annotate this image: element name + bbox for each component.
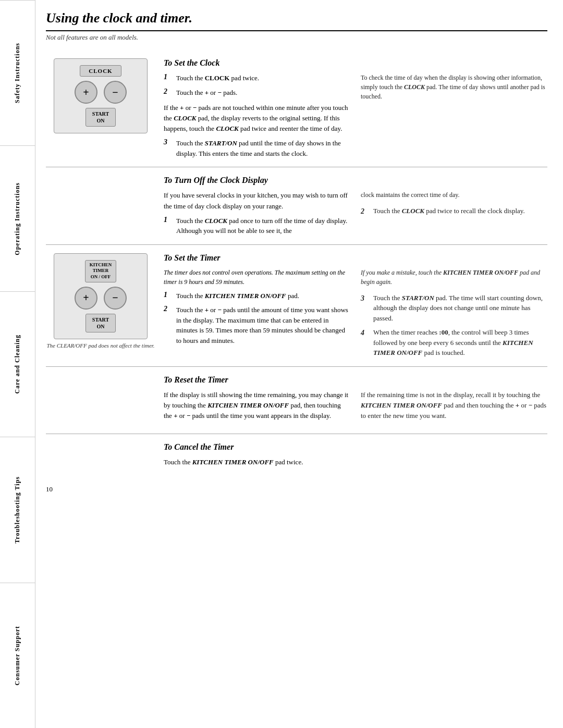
reset-timer-two-col: If the display is still showing the time… — [164, 390, 547, 425]
timer-step-text-3: Touch the START/ON pad. The time will st… — [373, 293, 547, 324]
turn-off-content: To Turn Off the Clock Display If you hav… — [164, 176, 547, 236]
plus-button: + — [75, 81, 97, 104]
page-subtitle: Not all features are on all models. — [46, 33, 547, 42]
step-text-2: Touch the + or − pads. — [176, 88, 237, 98]
reset-timer-content: To Reset the Timer If the display is sti… — [164, 375, 547, 425]
reset-timer-left — [46, 375, 155, 425]
set-timer-right-col: If you make a mistake, touch the KITCHEN… — [361, 268, 547, 358]
timer-panel-illustration: KITCHENTIMERON / OFF + − STARTON The CLE… — [46, 253, 155, 358]
sidebar-section-care: Care and Cleaning — [0, 291, 35, 437]
sidebar-label-operating: Operating Instructions — [0, 178, 35, 260]
minus-button: − — [104, 81, 127, 104]
set-clock-steps-1-2: 1 Touch the CLOCK pad twice. 2 Touch the… — [164, 73, 350, 97]
timer-step-3: 3 Touch the START/ON pad. The time will … — [361, 293, 547, 324]
set-clock-title: To Set the Clock — [164, 58, 547, 68]
cancel-timer-row: To Cancel the Timer Touch the KITCHEN TI… — [46, 442, 547, 472]
reset-timer-right-body: If the remaining time is not in the disp… — [361, 390, 547, 421]
timer-step-text-2: Touch the + or − pads until the amount o… — [176, 305, 350, 346]
kitchen-timer-button: KITCHENTIMERON / OFF — [85, 260, 117, 282]
cancel-timer-title: To Cancel the Timer — [164, 442, 547, 452]
timer-steps: 1 Touch the KITCHEN TIMER ON/OFF pad. 2 … — [164, 291, 350, 346]
reset-timer-left-col: If the display is still showing the time… — [164, 390, 350, 425]
set-timer-two-col: The timer does not control oven operatio… — [164, 268, 547, 358]
step-num-3: 3 — [164, 138, 172, 146]
timer-panel-caption: The CLEAR/OFF pad does not affect the ti… — [46, 342, 154, 349]
turn-off-step-text-2: Touch the CLOCK pad twice to recall the … — [373, 206, 525, 216]
reset-timer-right-col: If the remaining time is not in the disp… — [361, 390, 547, 425]
cancel-timer-content: To Cancel the Timer Touch the KITCHEN TI… — [164, 442, 547, 472]
sidebar-section-consumer: Consumer Support — [0, 583, 35, 728]
timer-right-note: If you make a mistake, touch the KITCHEN… — [361, 268, 547, 287]
step-text-1: Touch the CLOCK pad twice. — [176, 73, 259, 83]
clock-control-panel: CLOCK + − STARTON — [54, 58, 148, 133]
turn-off-step-num-1: 1 — [164, 216, 172, 224]
timer-step-1: 1 Touch the KITCHEN TIMER ON/OFF pad. — [164, 291, 350, 301]
sidebar-label-care: Care and Cleaning — [0, 330, 35, 398]
set-clock-step-3: 3 Touch the START/ON pad until the time … — [164, 138, 350, 158]
sidebar: Safety Instructions Operating Instructio… — [0, 0, 35, 728]
set-clock-right-note: To check the time of day when the displa… — [361, 74, 545, 100]
set-clock-section: CLOCK + − STARTON To Set the Clock 1 Tou… — [46, 50, 547, 167]
set-clock-right-col: To check the time of day when the displa… — [361, 73, 547, 158]
sidebar-section-safety: Safety Instructions — [0, 0, 35, 145]
timer-steps-right: 3 Touch the START/ON pad. The time will … — [361, 293, 547, 358]
cancel-timer-section: To Cancel the Timer Touch the KITCHEN TI… — [46, 434, 547, 480]
step-num-1: 1 — [164, 73, 172, 81]
set-clock-two-col: 1 Touch the CLOCK pad twice. 2 Touch the… — [164, 73, 547, 158]
set-clock-left-col: 1 Touch the CLOCK pad twice. 2 Touch the… — [164, 73, 350, 158]
timer-step-2: 2 Touch the + or − pads until the amount… — [164, 305, 350, 346]
turn-off-section: To Turn Off the Clock Display If you hav… — [46, 167, 547, 244]
turn-off-step-2: 2 Touch the CLOCK pad twice to recall th… — [361, 206, 547, 217]
turn-off-left-col: If you have several clocks in your kitch… — [164, 190, 350, 236]
reset-timer-section: To Reset the Timer If the display is sti… — [46, 367, 547, 434]
set-clock-body: If the + or − pads are not touched withi… — [164, 103, 350, 134]
plus-minus-row: + − — [75, 81, 127, 104]
set-clock-step-2: 2 Touch the + or − pads. — [164, 88, 350, 98]
clock-panel-illustration: CLOCK + − STARTON — [46, 58, 155, 158]
turn-off-right-top: clock maintains the correct time of day. — [361, 190, 547, 200]
turn-off-step-text-1: Touch the CLOCK pad once to turn off the… — [176, 216, 350, 236]
kitchen-control-panel: KITCHENTIMERON / OFF + − STARTON — [54, 253, 148, 339]
turn-off-step-1: 1 Touch the CLOCK pad once to turn off t… — [164, 216, 350, 236]
turn-off-title: To Turn Off the Clock Display — [164, 176, 547, 185]
timer-step-num-3: 3 — [361, 293, 369, 304]
set-clock-step-1: 1 Touch the CLOCK pad twice. — [164, 73, 350, 83]
clock-button: CLOCK — [80, 65, 121, 77]
start-on-button: STARTON — [85, 108, 116, 127]
turn-off-step-num-2: 2 — [361, 206, 369, 217]
timer-start-on-button: STARTON — [85, 314, 116, 332]
set-timer-content: To Set the Timer The timer does not cont… — [164, 253, 547, 358]
sidebar-section-troubleshooting: Troubleshooting Tips — [0, 437, 35, 582]
set-clock-content: To Set the Clock 1 Touch the CLOCK pad t… — [164, 58, 547, 158]
timer-plus-button: + — [75, 287, 97, 310]
timer-minus-button: − — [104, 287, 127, 310]
cancel-timer-left — [46, 442, 155, 472]
timer-italic-note: The timer does not control oven operatio… — [164, 268, 350, 287]
set-timer-section: KITCHENTIMERON / OFF + − STARTON The CLE… — [46, 245, 547, 367]
set-timer-title: To Set the Timer — [164, 253, 547, 263]
reset-timer-title: To Reset the Timer — [164, 375, 547, 385]
sidebar-label-troubleshooting: Troubleshooting Tips — [0, 472, 35, 548]
sidebar-label-consumer: Consumer Support — [0, 622, 35, 689]
page-number: 10 — [46, 485, 547, 493]
main-content: Using the clock and timer. Not all featu… — [35, 0, 563, 728]
step-text-3: Touch the START/ON pad until the time of… — [176, 138, 350, 158]
timer-step-num-1: 1 — [164, 291, 172, 299]
timer-step-text-1: Touch the KITCHEN TIMER ON/OFF pad. — [176, 291, 299, 301]
timer-step-4: 4 When the timer reaches :00, the contro… — [361, 327, 547, 358]
turn-off-two-col: If you have several clocks in your kitch… — [164, 190, 547, 236]
step-num-2: 2 — [164, 88, 172, 96]
turn-off-left — [46, 176, 155, 236]
sidebar-label-safety: Safety Instructions — [0, 39, 35, 107]
sidebar-section-operating: Operating Instructions — [0, 145, 35, 291]
turn-off-right-col: clock maintains the correct time of day.… — [361, 190, 547, 236]
reset-timer-left-body: If the display is still showing the time… — [164, 390, 350, 421]
timer-step-text-4: When the timer reaches :00, the control … — [373, 327, 547, 358]
timer-step-num-4: 4 — [361, 327, 369, 338]
set-timer-left-col: The timer does not control oven operatio… — [164, 268, 350, 358]
timer-step-num-2: 2 — [164, 305, 172, 313]
timer-plus-minus-row: + − — [75, 287, 127, 310]
cancel-timer-body: Touch the KITCHEN TIMER ON/OFF pad twice… — [164, 457, 547, 467]
page-title: Using the clock and timer. — [46, 10, 547, 31]
turn-off-body: If you have several clocks in your kitch… — [164, 190, 350, 211]
